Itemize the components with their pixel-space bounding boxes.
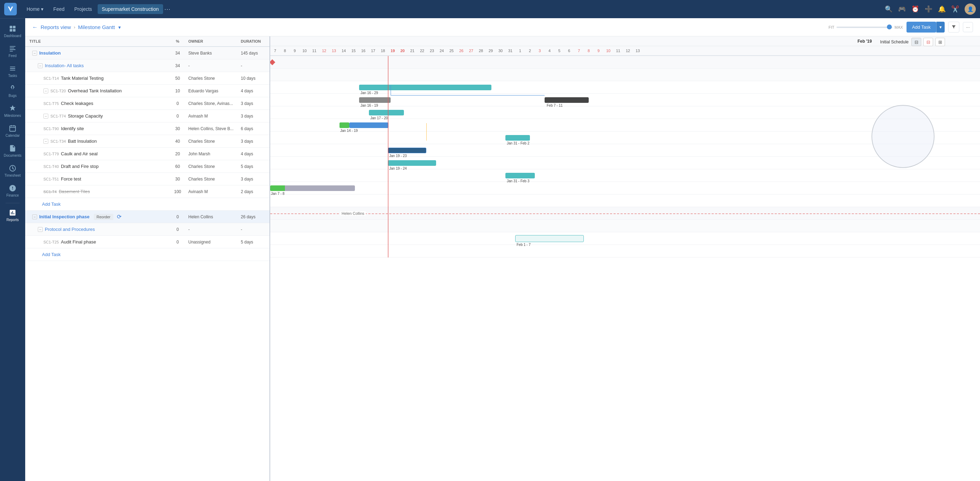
add-task-button[interactable]: Add Task (907, 22, 936, 33)
sidebar-label-feed: Feed (9, 54, 17, 58)
print-icon-3[interactable]: ⊞ (935, 38, 945, 46)
view-dropdown-arrow[interactable]: ▾ (118, 24, 121, 30)
task-sc1-t40[interactable]: SC1-T40 Draft and Fire stop 60 Charles S… (25, 160, 269, 173)
task-sc1-t14[interactable]: SC1-T14 Tank Material Testing 50 Charles… (25, 72, 269, 85)
milestone-line-initial (270, 213, 980, 214)
svg-rect-1 (13, 26, 15, 29)
sidebar-item-finance[interactable]: Finance (0, 181, 25, 201)
section-insulation[interactable]: − Insulation 34 Steve Banks 145 days (25, 47, 269, 59)
add-task-insulation-link[interactable]: Add Task (38, 199, 65, 209)
gantt-row-add-task-2 (270, 245, 980, 257)
insulation-pct: 34 (170, 51, 186, 56)
nav-item-home[interactable]: Home ▾ (22, 4, 48, 14)
gamepad-icon[interactable]: 🎮 (898, 5, 906, 13)
add-task-dropdown-button[interactable]: ▾ (936, 22, 945, 33)
print-icon-2[interactable]: ⊟ (923, 38, 933, 46)
initial-schedule-label: Initial Schedule (880, 40, 908, 44)
nav-item-feed[interactable]: Feed (49, 4, 68, 14)
timesheet-icon (9, 164, 16, 172)
svg-rect-6 (10, 49, 16, 50)
slider-max-label: MAX (895, 25, 903, 29)
sidebar-label-calendar: Calendar (6, 133, 20, 138)
task-sc1-t20[interactable]: − SC1-T20 Overhead Tank Installation 10 … (25, 85, 269, 97)
sidebar-label-finance: Finance (6, 194, 19, 197)
sidebar-item-tasks[interactable]: Tasks (0, 61, 25, 81)
subsection-protocol[interactable]: − Protocol and Procedures 0 - - (25, 223, 269, 236)
add-task-insulation-row: Add Task (25, 198, 269, 211)
gantt-body: Jan 16 - 29 Jan 16 - 19 Feb 7 - 11 Jan 1… (270, 56, 980, 257)
reorder-button[interactable]: Reorder (94, 214, 113, 220)
slider-thumb[interactable] (887, 24, 892, 29)
scissors-icon[interactable]: ✂️ (951, 5, 959, 13)
task-sc1-t75[interactable]: SC1-T75 Check leakages 0 Charles Stone, … (25, 97, 269, 110)
add-task-protocol-link[interactable]: Add Task (38, 250, 65, 259)
current-view-name[interactable]: Milestone Gantt (78, 24, 115, 30)
task-sc1-t51[interactable]: SC1-T51 Force test 30 Charles Stone 3 da… (25, 173, 269, 186)
gantt-chart: Initial Schedule ⊟ ⊟ ⊞ (270, 37, 980, 481)
gantt-row-add-task-1 (270, 195, 980, 207)
sidebar-item-feed[interactable]: Feed (0, 41, 25, 61)
nav-more-dots[interactable]: ··· (164, 6, 171, 13)
sidebar-item-dashboard[interactable]: Dashboard (0, 21, 25, 41)
task-sc1-t25[interactable]: SC1-T25 Audit Final phase 0 Unassigned 5… (25, 236, 269, 248)
logo-icon (6, 5, 14, 13)
print-icons: ⊟ ⊟ ⊞ (912, 38, 945, 46)
print-icon-1[interactable]: ⊟ (912, 38, 921, 46)
task-sc1-t79[interactable]: SC1-T79 Caulk and Air seal 20 John Marsh… (25, 148, 269, 160)
nav-right-icons: 🔍 🎮 ⏰ ➕ 🔔 ✂️ 👤 (885, 3, 976, 15)
search-icon[interactable]: 🔍 (885, 5, 892, 13)
clock-icon[interactable]: ⏰ (912, 5, 919, 13)
sidebar-item-timesheet[interactable]: Timesheet (0, 161, 25, 181)
connector-line-v (391, 85, 391, 95)
task-sc1-t4[interactable]: SC1-T4 Basement Tiles 100 Avinash M 2 da… (25, 186, 269, 198)
collapse-initial-inspection[interactable]: − (32, 214, 37, 219)
svg-rect-3 (13, 29, 15, 32)
sync-icon[interactable]: ⟳ (117, 213, 121, 220)
app-logo[interactable] (4, 3, 17, 15)
collapse-t20[interactable]: − (43, 89, 48, 94)
bell-icon[interactable]: 🔔 (938, 5, 946, 13)
sidebar-divider (6, 203, 20, 203)
subsection-insulation-all[interactable]: − Insulation- All tasks 34 - - (25, 59, 269, 72)
nav-items: Home ▾ Feed Projects Supermarket Constru… (22, 4, 885, 14)
add-icon[interactable]: ➕ (925, 5, 932, 13)
slider-track[interactable] (837, 27, 892, 28)
svg-rect-7 (10, 51, 13, 51)
sidebar-item-milestones[interactable]: Milestones (0, 101, 25, 121)
zoom-slider[interactable]: FIT MAX (829, 25, 903, 29)
nav-item-projects[interactable]: Projects (70, 4, 96, 14)
gantt-row-insulation (270, 56, 980, 68)
more-options-button[interactable]: ··· (963, 22, 973, 32)
collapse-t74[interactable]: − (43, 114, 48, 119)
task-sc1-t74[interactable]: − SC1-T74 Storage Capacity 0 Avinash M 3… (25, 110, 269, 122)
bar-t75 (369, 110, 404, 116)
filter-button[interactable] (948, 22, 959, 33)
sidebar-label-bugs: Bugs (9, 94, 17, 98)
collapse-insulation[interactable]: − (32, 51, 37, 56)
sidebar-label-timesheet: Timesheet (5, 173, 21, 177)
sidebar-item-bugs[interactable]: Bugs (0, 81, 25, 101)
section-initial-inspection[interactable]: − Initial Inspection phase Reorder ⟳ 0 H… (25, 211, 269, 223)
nav-item-supermarket[interactable]: Supermarket Construction (98, 4, 163, 14)
sidebar-label-dashboard: Dashboard (4, 34, 21, 38)
bar-t14 (359, 85, 492, 90)
insulation-all-duration: - (238, 63, 269, 68)
back-button[interactable]: ← (32, 24, 38, 30)
tasks-icon (9, 65, 16, 72)
sidebar-item-reports[interactable]: Reports (0, 205, 25, 225)
col-header-owner: OWNER (186, 39, 238, 43)
collapse-insulation-all[interactable]: − (38, 63, 43, 68)
task-sc1-t90[interactable]: SC1-T90 Identify site 30 Helen Collins, … (25, 122, 269, 135)
breadcrumb-parent[interactable]: Reports view (41, 24, 71, 30)
svg-rect-5 (10, 48, 14, 48)
collapse-protocol[interactable]: − (38, 227, 43, 232)
sub-header-right: FIT MAX Add Task ▾ ··· (829, 22, 973, 33)
sidebar-label-documents: Documents (4, 154, 22, 157)
sidebar-item-calendar[interactable]: Calendar (0, 121, 25, 141)
calendar-icon (9, 125, 16, 132)
user-avatar[interactable]: 👤 (965, 3, 976, 15)
task-sc1-t34[interactable]: − SC1-T34 Batt Insulation 40 Charles Sto… (25, 135, 269, 148)
filter-icon (951, 24, 956, 29)
sidebar-item-documents[interactable]: Documents (0, 141, 25, 161)
collapse-t34[interactable]: − (43, 139, 48, 144)
